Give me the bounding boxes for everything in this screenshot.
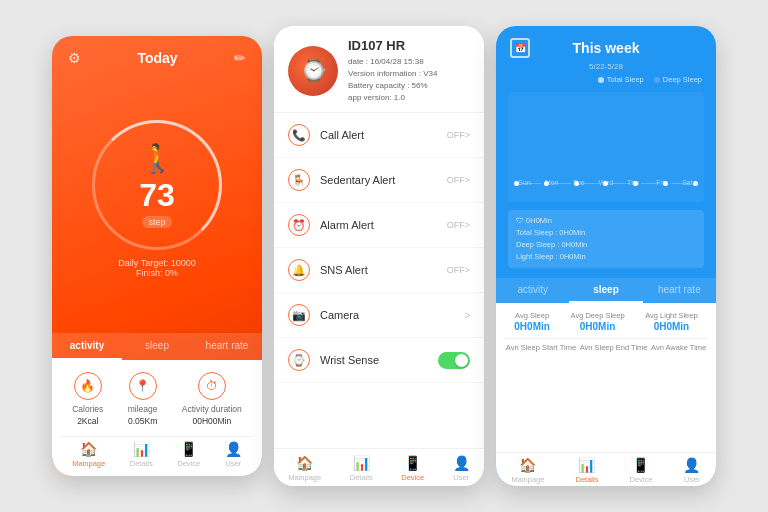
call-alert-label: Call Alert (320, 129, 447, 141)
s3-details-icon: 📊 (578, 457, 595, 473)
device-battery: Battery capacity : 56% (348, 80, 470, 92)
avg-sleep: Avg Sleep 0H0Min (514, 311, 550, 332)
avg-awake-label: Avn Awake Time (651, 343, 706, 352)
s2-nav-details[interactable]: 📊 Details (350, 455, 373, 482)
alarm-icon: ⏰ (288, 214, 310, 236)
steps-label: step (142, 216, 171, 228)
nav-details-label: Details (130, 459, 153, 468)
share-icon[interactable]: ⚙ (68, 50, 81, 66)
screen2-nav: 🏠 Mainpage 📊 Details 📱 Device 👤 User (274, 448, 484, 486)
s3-home-icon: 🏠 (519, 457, 536, 473)
screen3-bottom: Avg Sleep 0H0Min Avg Deep Sleep 0H0Min A… (496, 303, 716, 452)
calories-metric: 🔥 Calories 2Kcal (72, 372, 103, 426)
tab-sleep[interactable]: sleep (122, 333, 192, 360)
metrics-row: 🔥 Calories 2Kcal 📍 mileage 0.05Km ⏱ Acti… (60, 372, 254, 426)
duration-label: Activity duration (182, 404, 242, 414)
s3-nav-device[interactable]: 📱 Device (629, 457, 652, 484)
nav-mainpage-label: Mainpage (72, 459, 105, 468)
s3-nav-details[interactable]: 📊 Details (576, 457, 599, 484)
alarm-alert-label: Alarm Alert (320, 219, 447, 231)
details-icon: 📊 (133, 441, 150, 457)
legend-deep-dot (654, 77, 660, 83)
device-image: ⌚ (288, 46, 338, 96)
s3-user-icon: 👤 (683, 457, 700, 473)
dot-line (514, 181, 698, 186)
alarm-alert-item[interactable]: ⏰ Alarm Alert OFF> (274, 203, 484, 248)
camera-item[interactable]: 📷 Camera > (274, 293, 484, 338)
calories-icon: 🔥 (74, 372, 102, 400)
nav-details[interactable]: 📊 Details (130, 441, 153, 468)
mileage-metric: 📍 mileage 0.05Km (128, 372, 158, 426)
mileage-icon: 📍 (129, 372, 157, 400)
daily-target: Daily Target: 10000 (118, 258, 195, 268)
avg-sleep-value: 0H0Min (514, 321, 550, 332)
s2-nav-device[interactable]: 📱 Device (401, 455, 424, 482)
mileage-label: mileage (128, 404, 158, 414)
calendar-icon[interactable]: 📅 (510, 38, 530, 58)
call-icon: 📞 (288, 124, 310, 146)
s2-home-icon: 🏠 (296, 455, 313, 471)
s2-nav-user-label: User (453, 473, 469, 482)
legend-deep-sleep: Deep Sleep (654, 75, 702, 84)
avg-deep-sleep-value: 0H0Min (580, 321, 616, 332)
s3-nav-mainpage-label: Mainpage (512, 475, 545, 484)
tab-heart-rate[interactable]: heart rate (192, 333, 262, 360)
calories-value: 2Kcal (77, 416, 98, 426)
nav-mainpage[interactable]: 🏠 Mainpage (72, 441, 105, 468)
device-date: date : 16/04/28 15:38 (348, 56, 470, 68)
nav-device[interactable]: 📱 Device (177, 441, 200, 468)
wrist-sense-item[interactable]: ⌚ Wrist Sense (274, 338, 484, 383)
week-range: 5/22-5/28 (496, 62, 716, 71)
sns-alert-item[interactable]: 🔔 SNS Alert OFF> (274, 248, 484, 293)
s2-nav-details-label: Details (350, 473, 373, 482)
avg-light-sleep: Avg Light Sleep 0H0Min (645, 311, 697, 332)
call-alert-status: OFF> (447, 130, 470, 140)
s3-tab-activity[interactable]: activity (496, 278, 569, 303)
device-name: ID107 HR (348, 38, 470, 53)
edit-icon[interactable]: ✏ (234, 50, 246, 66)
s2-nav-user[interactable]: 👤 User (453, 455, 470, 482)
user-icon: 👤 (225, 441, 242, 457)
calories-label: Calories (72, 404, 103, 414)
s3-nav-mainpage[interactable]: 🏠 Mainpage (512, 457, 545, 484)
s3-tab-heart-rate[interactable]: heart rate (643, 278, 716, 303)
duration-value: 00H00Min (192, 416, 231, 426)
walk-icon: 🚶 (140, 142, 175, 175)
s2-device-icon: 📱 (404, 455, 421, 471)
steps-ring: 🚶 73 step (92, 120, 222, 250)
home-icon: 🏠 (80, 441, 97, 457)
call-alert-item[interactable]: 📞 Call Alert OFF> (274, 113, 484, 158)
s2-details-icon: 📊 (353, 455, 370, 471)
device-version: Version information : V34 (348, 68, 470, 80)
s3-tab-sleep[interactable]: sleep (569, 278, 642, 303)
camera-label: Camera (320, 309, 464, 321)
legend-total-dot (598, 77, 604, 83)
nav-user[interactable]: 👤 User (225, 441, 242, 468)
info-deep-sleep: Deep Sleep : 0H0Min (516, 239, 696, 251)
info-device-label: 🛡 0H0Min (516, 215, 696, 227)
sedentary-alert-item[interactable]: 🪑 Sedentary Alert OFF> (274, 158, 484, 203)
legend-deep-label: Deep Sleep (663, 75, 702, 84)
avg-light-sleep-label: Avg Light Sleep (645, 311, 697, 320)
sns-alert-status: OFF> (447, 265, 470, 275)
sleep-chart: Sun Mon Tue (508, 92, 704, 202)
duration-metric: ⏱ Activity duration 00H00Min (182, 372, 242, 426)
steps-count: 73 (139, 177, 175, 214)
tab-activity[interactable]: activity (52, 333, 122, 360)
s3-nav-user[interactable]: 👤 User (683, 457, 700, 484)
chart-bars-container: Sun Mon Tue (514, 100, 698, 202)
avg-sleep-start: Avn Sleep Start Time (506, 343, 576, 352)
s2-nav-mainpage-label: Mainpage (288, 473, 321, 482)
camera-icon: 📷 (288, 304, 310, 326)
avg-deep-sleep-label: Avg Deep Sleep (571, 311, 625, 320)
sedentary-alert-label: Sedentary Alert (320, 174, 447, 186)
nav-user-label: User (225, 459, 241, 468)
screen1-header: ⚙ Today ✏ (52, 36, 262, 72)
screen3-title: This week (530, 40, 682, 56)
s2-nav-device-label: Device (401, 473, 424, 482)
activity-screen: ⚙ Today ✏ 🚶 73 step Daily Target: 10000 … (52, 36, 262, 476)
screen3-header: 📅 This week (496, 26, 716, 62)
screen3-nav: 🏠 Mainpage 📊 Details 📱 Device 👤 User (496, 452, 716, 486)
s2-nav-mainpage[interactable]: 🏠 Mainpage (288, 455, 321, 482)
wrist-sense-toggle[interactable] (438, 352, 470, 369)
